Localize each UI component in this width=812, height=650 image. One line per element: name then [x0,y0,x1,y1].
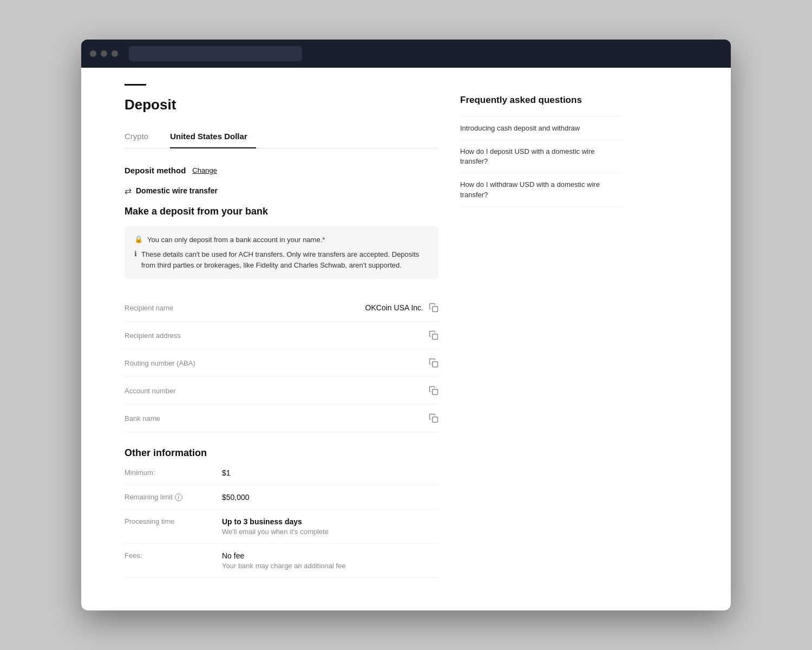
field-label-2: Routing number (ABA) [125,359,195,367]
faq-container: Introducing cash deposit and withdrawHow… [460,116,623,207]
svg-rect-0 [433,307,438,312]
info-field-value-2: Up to 3 business days [222,517,329,526]
tab-usd[interactable]: United States Dollar [170,126,256,148]
svg-rect-1 [433,334,438,340]
info-field-value-group-2: Up to 3 business days We'll email you wh… [222,517,329,536]
table-row: Recipient name OKCoin USA Inc. [125,294,438,322]
deposit-method-row: Deposit method Change [125,166,438,175]
field-value-0: OKCoin USA Inc. [365,303,423,312]
list-item: Fees: No fee Your bank may charge an add… [125,544,438,578]
top-border-decoration [125,84,146,86]
table-row: Bank name [125,405,438,432]
transfer-method-row: ⇄ Domestic wire transfer [125,186,438,196]
browser-content: Deposit Crypto United States Dollar Depo… [81,68,731,611]
other-info-title: Other information [125,447,438,459]
info-field-value-group-1: $50,000 [222,493,250,502]
svg-rect-3 [433,389,438,395]
info-field-value-3: No fee [222,551,346,560]
bank-section-title: Make a deposit from your bank [125,206,438,217]
info-field-value-group-0: $1 [222,469,231,477]
copy-button-4[interactable] [429,413,438,423]
list-item: Minimum: $1 [125,461,438,485]
info-box: 🔒 You can only deposit from a bank accou… [125,226,438,280]
copy-button-0[interactable] [429,303,438,313]
table-row: Routing number (ABA) [125,349,438,377]
warning-info-row: ℹ These details can't be used for ACH tr… [134,249,429,270]
info-field-label-2: Processing time [125,517,211,525]
faq-sidebar: Frequently asked questions Introducing c… [460,84,623,578]
tab-bar: Crypto United States Dollar [125,126,438,148]
info-field-label-3: Fees: [125,551,211,560]
info-field-value-0: $1 [222,469,231,477]
lock-text: You can only deposit from a bank account… [147,235,325,245]
field-label-0: Recipient name [125,304,173,312]
traffic-light-green [112,50,118,57]
address-bar[interactable] [129,46,302,61]
table-row: Recipient address [125,322,438,349]
list-item: Processing time Up to 3 business days We… [125,510,438,544]
info-text: These details can't be used for ACH tran… [141,249,429,270]
info-field-value-group-3: No fee Your bank may charge an additiona… [222,551,346,570]
table-row: Account number [125,377,438,405]
page-title: Deposit [125,96,438,113]
transfer-icon: ⇄ [125,186,132,196]
list-item: Remaining limit i $50,000 [125,485,438,510]
field-label-1: Recipient address [125,332,181,340]
faq-item-2[interactable]: How do I withdraw USD with a domestic wi… [460,173,623,206]
other-info-container: Minimum: $1 Remaining limit i $50,000 Pr… [125,461,438,578]
info-field-value-1: $50,000 [222,493,250,502]
info-circle-icon: ℹ [134,250,137,258]
field-label-3: Account number [125,387,176,395]
main-content: Deposit Crypto United States Dollar Depo… [125,84,438,578]
info-field-sub-2: We'll email you when it's complete [222,528,329,536]
lock-icon: 🔒 [134,235,143,243]
copy-button-3[interactable] [429,386,438,395]
change-button[interactable]: Change [192,166,217,174]
tab-crypto[interactable]: Crypto [125,126,157,148]
browser-window: Deposit Crypto United States Dollar Depo… [81,40,731,611]
faq-title: Frequently asked questions [460,95,623,106]
traffic-light-red [90,50,96,57]
transfer-label: Domestic wire transfer [136,186,218,195]
lock-info-row: 🔒 You can only deposit from a bank accou… [134,235,429,245]
svg-rect-4 [433,417,438,422]
info-field-label-0: Minimum: [125,469,211,477]
deposit-method-label: Deposit method [125,166,186,175]
browser-titlebar [81,40,731,68]
faq-item-0[interactable]: Introducing cash deposit and withdraw [460,116,623,140]
faq-item-1[interactable]: How do I deposit USD with a domestic wir… [460,140,623,173]
svg-rect-2 [433,362,438,367]
info-field-sub-3: Your bank may charge an additional fee [222,562,346,570]
fields-container: Recipient name OKCoin USA Inc. Recipient… [125,294,438,432]
copy-button-2[interactable] [429,358,438,368]
info-field-label-1: Remaining limit i [125,493,211,501]
field-label-4: Bank name [125,414,160,422]
info-icon-1: i [175,493,182,501]
traffic-light-yellow [101,50,107,57]
copy-button-1[interactable] [429,330,438,340]
